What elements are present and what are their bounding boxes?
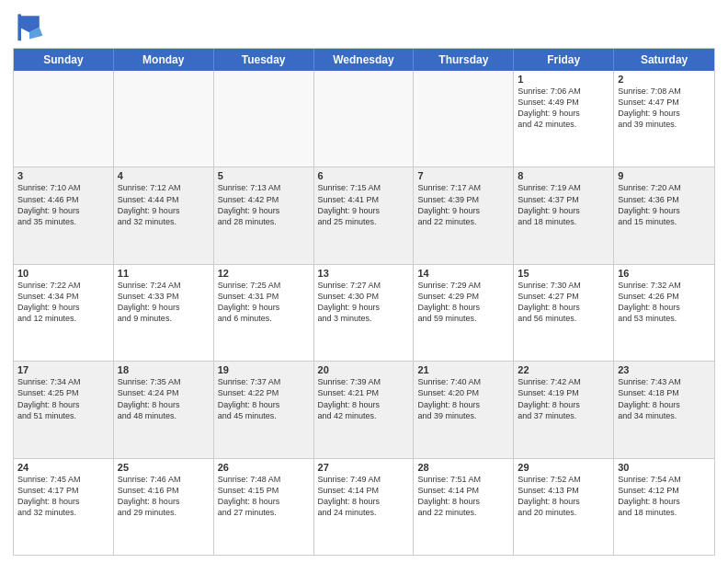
header-day-saturday: Saturday — [614, 49, 714, 71]
day-cell-21: 21Sunrise: 7:40 AM Sunset: 4:20 PM Dayli… — [414, 362, 514, 457]
week-row-4: 17Sunrise: 7:34 AM Sunset: 4:25 PM Dayli… — [14, 362, 714, 458]
day-info-29: Sunrise: 7:52 AM Sunset: 4:13 PM Dayligh… — [518, 474, 609, 519]
day-number-8: 8 — [518, 170, 609, 181]
day-cell-4: 4Sunrise: 7:12 AM Sunset: 4:44 PM Daylig… — [114, 167, 214, 263]
day-cell-27: 27Sunrise: 7:49 AM Sunset: 4:14 PM Dayli… — [314, 459, 415, 555]
day-cell-25: 25Sunrise: 7:46 AM Sunset: 4:16 PM Dayli… — [114, 459, 214, 555]
header-day-wednesday: Wednesday — [314, 49, 415, 71]
day-number-23: 23 — [618, 364, 711, 375]
day-info-25: Sunrise: 7:46 AM Sunset: 4:16 PM Dayligh… — [118, 474, 210, 519]
day-number-9: 9 — [618, 170, 711, 181]
day-info-9: Sunrise: 7:20 AM Sunset: 4:36 PM Dayligh… — [618, 182, 711, 227]
day-number-16: 16 — [618, 268, 711, 279]
day-info-26: Sunrise: 7:48 AM Sunset: 4:15 PM Dayligh… — [218, 474, 310, 519]
day-cell-19: 19Sunrise: 7:37 AM Sunset: 4:22 PM Dayli… — [214, 362, 314, 457]
day-number-13: 13 — [318, 268, 410, 279]
day-number-12: 12 — [218, 268, 310, 279]
day-info-10: Sunrise: 7:22 AM Sunset: 4:34 PM Dayligh… — [17, 280, 109, 325]
header-day-sunday: Sunday — [14, 49, 114, 71]
calendar-body: 1Sunrise: 7:06 AM Sunset: 4:49 PM Daylig… — [14, 71, 714, 555]
day-number-29: 29 — [518, 462, 609, 473]
day-info-18: Sunrise: 7:35 AM Sunset: 4:24 PM Dayligh… — [118, 376, 210, 421]
day-info-30: Sunrise: 7:54 AM Sunset: 4:12 PM Dayligh… — [618, 474, 711, 519]
day-info-1: Sunrise: 7:06 AM Sunset: 4:49 PM Dayligh… — [518, 86, 609, 131]
day-info-14: Sunrise: 7:29 AM Sunset: 4:29 PM Dayligh… — [417, 280, 509, 325]
empty-cell-0-2 — [214, 71, 314, 167]
day-info-5: Sunrise: 7:13 AM Sunset: 4:42 PM Dayligh… — [218, 182, 310, 227]
day-info-13: Sunrise: 7:27 AM Sunset: 4:30 PM Dayligh… — [318, 280, 410, 325]
day-cell-9: 9Sunrise: 7:20 AM Sunset: 4:36 PM Daylig… — [614, 167, 714, 263]
svg-rect-2 — [17, 14, 21, 40]
day-number-21: 21 — [417, 364, 509, 375]
day-cell-13: 13Sunrise: 7:27 AM Sunset: 4:30 PM Dayli… — [314, 265, 415, 361]
day-info-4: Sunrise: 7:12 AM Sunset: 4:44 PM Dayligh… — [118, 182, 210, 227]
day-info-12: Sunrise: 7:25 AM Sunset: 4:31 PM Dayligh… — [218, 280, 310, 325]
empty-cell-0-0 — [14, 71, 114, 167]
day-number-6: 6 — [318, 170, 410, 181]
empty-cell-0-1 — [114, 71, 214, 167]
day-number-25: 25 — [118, 462, 210, 473]
day-number-28: 28 — [417, 462, 509, 473]
header-day-monday: Monday — [114, 49, 214, 71]
day-info-7: Sunrise: 7:17 AM Sunset: 4:39 PM Dayligh… — [417, 182, 509, 227]
day-number-7: 7 — [417, 170, 509, 181]
day-cell-24: 24Sunrise: 7:45 AM Sunset: 4:17 PM Dayli… — [14, 459, 114, 555]
day-info-17: Sunrise: 7:34 AM Sunset: 4:25 PM Dayligh… — [17, 376, 109, 421]
week-row-2: 3Sunrise: 7:10 AM Sunset: 4:46 PM Daylig… — [14, 167, 714, 264]
week-row-3: 10Sunrise: 7:22 AM Sunset: 4:34 PM Dayli… — [14, 265, 714, 362]
day-info-19: Sunrise: 7:37 AM Sunset: 4:22 PM Dayligh… — [218, 376, 310, 421]
day-cell-2: 2Sunrise: 7:08 AM Sunset: 4:47 PM Daylig… — [614, 71, 714, 167]
day-cell-16: 16Sunrise: 7:32 AM Sunset: 4:26 PM Dayli… — [614, 265, 714, 361]
header-day-tuesday: Tuesday — [214, 49, 314, 71]
day-cell-22: 22Sunrise: 7:42 AM Sunset: 4:19 PM Dayli… — [514, 362, 614, 457]
day-info-21: Sunrise: 7:40 AM Sunset: 4:20 PM Dayligh… — [417, 376, 509, 421]
day-number-24: 24 — [17, 462, 109, 473]
day-number-19: 19 — [218, 364, 310, 375]
day-number-10: 10 — [17, 268, 109, 279]
day-cell-30: 30Sunrise: 7:54 AM Sunset: 4:12 PM Dayli… — [614, 459, 714, 555]
week-row-1: 1Sunrise: 7:06 AM Sunset: 4:49 PM Daylig… — [14, 71, 714, 167]
day-cell-11: 11Sunrise: 7:24 AM Sunset: 4:33 PM Dayli… — [114, 265, 214, 361]
day-cell-26: 26Sunrise: 7:48 AM Sunset: 4:15 PM Dayli… — [214, 459, 314, 555]
day-number-20: 20 — [318, 364, 410, 375]
day-number-27: 27 — [318, 462, 410, 473]
empty-cell-0-4 — [414, 71, 514, 167]
day-cell-10: 10Sunrise: 7:22 AM Sunset: 4:34 PM Dayli… — [14, 265, 114, 361]
day-number-15: 15 — [518, 268, 609, 279]
day-number-4: 4 — [118, 170, 210, 181]
day-cell-7: 7Sunrise: 7:17 AM Sunset: 4:39 PM Daylig… — [414, 167, 514, 263]
day-cell-6: 6Sunrise: 7:15 AM Sunset: 4:41 PM Daylig… — [314, 167, 415, 263]
day-number-2: 2 — [618, 74, 711, 85]
day-cell-17: 17Sunrise: 7:34 AM Sunset: 4:25 PM Dayli… — [14, 362, 114, 457]
day-number-17: 17 — [17, 364, 109, 375]
day-number-22: 22 — [518, 364, 609, 375]
day-number-26: 26 — [218, 462, 310, 473]
day-info-22: Sunrise: 7:42 AM Sunset: 4:19 PM Dayligh… — [518, 376, 609, 421]
day-info-20: Sunrise: 7:39 AM Sunset: 4:21 PM Dayligh… — [318, 376, 410, 421]
day-info-23: Sunrise: 7:43 AM Sunset: 4:18 PM Dayligh… — [618, 376, 711, 421]
day-info-16: Sunrise: 7:32 AM Sunset: 4:26 PM Dayligh… — [618, 280, 711, 325]
header-day-friday: Friday — [514, 49, 614, 71]
day-number-1: 1 — [518, 74, 609, 85]
day-number-5: 5 — [218, 170, 310, 181]
day-info-8: Sunrise: 7:19 AM Sunset: 4:37 PM Dayligh… — [518, 182, 609, 227]
day-number-3: 3 — [17, 170, 109, 181]
day-cell-12: 12Sunrise: 7:25 AM Sunset: 4:31 PM Dayli… — [214, 265, 314, 361]
day-info-6: Sunrise: 7:15 AM Sunset: 4:41 PM Dayligh… — [318, 182, 410, 227]
day-cell-14: 14Sunrise: 7:29 AM Sunset: 4:29 PM Dayli… — [414, 265, 514, 361]
day-info-24: Sunrise: 7:45 AM Sunset: 4:17 PM Dayligh… — [17, 474, 109, 519]
calendar: SundayMondayTuesdayWednesdayThursdayFrid… — [13, 48, 715, 556]
day-cell-5: 5Sunrise: 7:13 AM Sunset: 4:42 PM Daylig… — [214, 167, 314, 263]
day-cell-1: 1Sunrise: 7:06 AM Sunset: 4:49 PM Daylig… — [514, 71, 614, 167]
day-cell-28: 28Sunrise: 7:51 AM Sunset: 4:14 PM Dayli… — [414, 459, 514, 555]
day-number-30: 30 — [618, 462, 711, 473]
day-cell-29: 29Sunrise: 7:52 AM Sunset: 4:13 PM Dayli… — [514, 459, 614, 555]
day-cell-15: 15Sunrise: 7:30 AM Sunset: 4:27 PM Dayli… — [514, 265, 614, 361]
week-row-5: 24Sunrise: 7:45 AM Sunset: 4:17 PM Dayli… — [14, 459, 714, 555]
day-cell-20: 20Sunrise: 7:39 AM Sunset: 4:21 PM Dayli… — [314, 362, 415, 457]
page: SundayMondayTuesdayWednesdayThursdayFrid… — [0, 0, 728, 563]
day-cell-18: 18Sunrise: 7:35 AM Sunset: 4:24 PM Dayli… — [114, 362, 214, 457]
empty-cell-0-3 — [314, 71, 415, 167]
day-number-11: 11 — [118, 268, 210, 279]
day-info-2: Sunrise: 7:08 AM Sunset: 4:47 PM Dayligh… — [618, 86, 711, 131]
